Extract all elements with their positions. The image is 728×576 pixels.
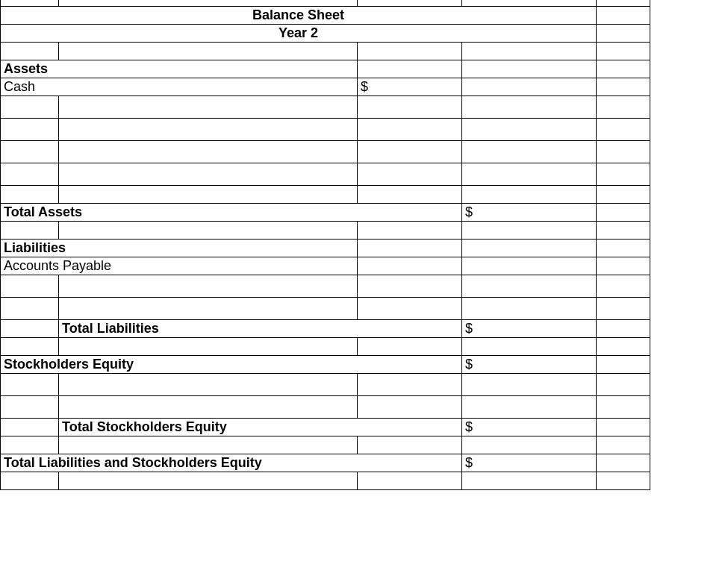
- total-se-label: Total Stockholders Equity: [59, 418, 462, 436]
- table-row: Assets: [1, 60, 650, 78]
- table-row: Total Liabilities and Stockholders Equit…: [1, 454, 650, 472]
- table-row: [1, 337, 650, 355]
- table-row: Year 2: [1, 24, 650, 42]
- liabilities-header: Liabilities: [1, 239, 358, 257]
- table-row: [1, 118, 650, 140]
- table-row: [1, 297, 650, 319]
- total-liabilities-label: Total Liabilities: [59, 319, 462, 337]
- table-row: [1, 395, 650, 418]
- total-assets-amount: $: [462, 203, 597, 221]
- table-row: Liabilities: [1, 239, 650, 257]
- grand-total-amount: $: [462, 454, 597, 472]
- total-liabilities-amount: $: [462, 319, 597, 337]
- sheet-subtitle: Year 2: [1, 24, 597, 42]
- table-row: [1, 373, 650, 395]
- assets-header: Assets: [1, 60, 358, 78]
- table-row: Stockholders Equity $: [1, 355, 650, 373]
- table-row: [1, 221, 650, 239]
- table-row: Total Assets $: [1, 203, 650, 221]
- table-row: [1, 185, 650, 203]
- table-row: Cash $: [1, 78, 650, 96]
- stockholders-equity-amount: $: [462, 355, 597, 373]
- balance-sheet-table: Balance Sheet Year 2 Assets Cash $ Total…: [0, 0, 650, 490]
- table-row: [1, 275, 650, 297]
- line-cash-amount: $: [358, 78, 462, 96]
- table-row: [1, 96, 650, 118]
- line-cash-label: Cash: [1, 78, 358, 96]
- table-row: [1, 140, 650, 163]
- table-row: Total Liabilities $: [1, 319, 650, 337]
- stockholders-equity-header: Stockholders Equity: [1, 355, 462, 373]
- table-row: [1, 436, 650, 454]
- table-row: Total Stockholders Equity $: [1, 418, 650, 436]
- line-ap-label: Accounts Payable: [1, 257, 358, 275]
- total-assets-label: Total Assets: [1, 203, 462, 221]
- table-row: [1, 472, 650, 489]
- table-row: Accounts Payable: [1, 257, 650, 275]
- table-row: [1, 42, 650, 60]
- total-se-amount: $: [462, 418, 597, 436]
- grand-total-label: Total Liabilities and Stockholders Equit…: [1, 454, 462, 472]
- table-row: [1, 0, 650, 6]
- table-row: [1, 163, 650, 185]
- table-row: Balance Sheet: [1, 6, 650, 24]
- sheet-title: Balance Sheet: [1, 6, 597, 24]
